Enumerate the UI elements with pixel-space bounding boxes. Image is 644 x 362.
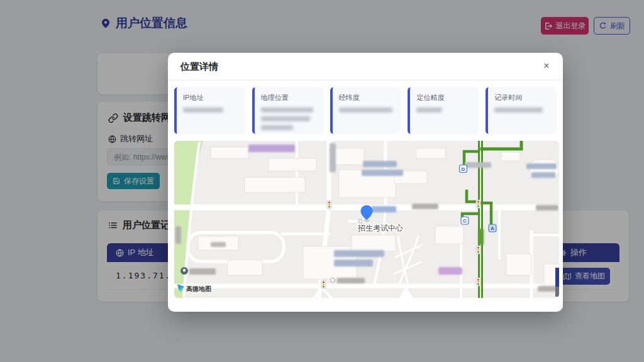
info-label: 经纬度 — [339, 93, 395, 102]
map-provider-label: 高德地图 — [186, 285, 211, 292]
map-scrollbar[interactable] — [555, 268, 559, 297]
info-card-latlng: 经纬度 — [330, 87, 401, 134]
map-canvas[interactable]: D C A 招生考试中心 — [174, 141, 559, 298]
station-marker-a[interactable]: A — [489, 224, 496, 232]
info-card-time: 记录时间 — [486, 87, 557, 134]
modal-header: 位置详情 × — [168, 53, 563, 80]
info-card-accuracy: 定位精度 — [408, 87, 479, 134]
map-svg: D C A 招生考试中心 — [174, 141, 559, 298]
info-card-ip: IP地址 — [174, 87, 245, 134]
svg-text:C: C — [463, 218, 467, 224]
station-marker-d[interactable]: D — [460, 165, 467, 173]
location-detail-modal: 位置详情 × IP地址 地理位置 经纬度 定位精度 — [168, 53, 563, 312]
info-label: 记录时间 — [494, 93, 550, 102]
redacted-value — [261, 107, 313, 112]
redacted-value — [183, 107, 223, 112]
poi-label: 招生考试中心 — [357, 224, 403, 233]
info-label: 定位精度 — [416, 93, 472, 102]
redacted-value — [416, 107, 442, 112]
station-marker-c[interactable]: C — [461, 217, 469, 224]
close-icon[interactable]: × — [539, 58, 554, 74]
info-card-geo: 地理位置 — [252, 87, 323, 134]
redacted-value — [339, 107, 392, 112]
modal-title: 位置详情 — [180, 61, 218, 73]
svg-text:A: A — [491, 226, 494, 231]
info-card-row: IP地址 地理位置 经纬度 定位精度 记录时间 — [174, 87, 557, 134]
svg-text:D: D — [462, 167, 465, 172]
redacted-value — [261, 125, 294, 130]
info-label: 地理位置 — [261, 93, 317, 102]
redacted-value — [261, 116, 310, 121]
info-label: IP地址 — [183, 93, 239, 102]
redacted-transit-label — [479, 229, 484, 245]
redacted-value — [494, 107, 542, 112]
screen: 用户位置信息 退出登录 刷新 设置跳转网址 — [0, 0, 644, 362]
